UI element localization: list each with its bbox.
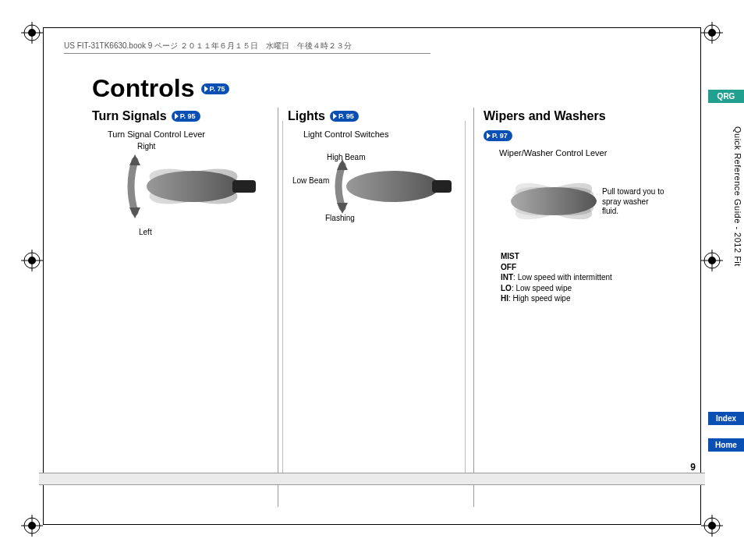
side-guide-text: Quick Reference Guide - 2012 Fit <box>733 126 742 267</box>
svg-point-23 <box>708 522 716 530</box>
svg-point-19 <box>708 257 716 264</box>
svg-rect-29 <box>232 180 256 193</box>
svg-marker-24 <box>129 154 140 165</box>
svg-point-11 <box>28 522 36 530</box>
page-ref-pill[interactable]: P. 97 <box>484 130 512 141</box>
column-wipers: Wipers and Washers P. 97 Wiper/Washer Co… <box>473 108 669 507</box>
print-header: US FIT-31TK6630.book 9 ページ ２０１１年６月１５日 水曜… <box>64 41 430 54</box>
mode-lo: LO <box>501 284 512 292</box>
label-low-beam: Low Beam <box>292 176 329 185</box>
svg-point-7 <box>28 257 36 264</box>
svg-marker-31 <box>337 203 348 214</box>
mode-hi: HI <box>501 294 508 303</box>
svg-point-28 <box>147 171 240 202</box>
label-high-beam: High Beam <box>327 153 365 161</box>
mode-off: OFF <box>501 263 516 271</box>
heading-lights: Lights <box>288 109 325 123</box>
column-divider <box>282 121 283 482</box>
title-text: Controls <box>92 74 195 103</box>
heading-wipers: Wipers and Washers <box>484 109 606 123</box>
tab-index[interactable]: Index <box>708 412 744 425</box>
label-spray: Pull toward you to spray washer fluid. <box>602 187 664 217</box>
turn-signal-illustration: Right Left <box>100 144 271 245</box>
lever-icon <box>491 162 601 246</box>
page-title: Controls P. 75 <box>92 74 669 103</box>
crop-mark-icon <box>701 22 723 44</box>
tab-qrg[interactable]: QRG <box>708 90 744 103</box>
label-flashing: Flashing <box>325 214 355 222</box>
caption-lights: Light Control Switches <box>303 129 467 139</box>
mode-mist: MIST <box>501 252 519 261</box>
mode-int: INT <box>501 273 513 282</box>
crop-mark-icon <box>701 250 723 271</box>
page-ref-pill[interactable]: P. 95 <box>172 111 200 122</box>
column-turn-signals: Turn Signals P. 95 Turn Signal Control L… <box>92 108 278 507</box>
svg-point-15 <box>708 29 716 37</box>
svg-point-32 <box>346 171 440 202</box>
caption-wipers: Wiper/Washer Control Lever <box>499 148 663 158</box>
caption-turn-signals: Turn Signal Control Lever <box>108 129 271 139</box>
wipers-illustration: Pull toward you to spray washer fluid. <box>491 162 663 246</box>
label-right: Right <box>137 142 155 151</box>
tab-home[interactable]: Home <box>708 438 744 452</box>
page-number: 9 <box>690 462 696 473</box>
page-ref-pill[interactable]: P. 75 <box>201 83 230 94</box>
lever-icon <box>296 144 452 245</box>
page-ref-pill[interactable]: P. 95 <box>330 111 359 122</box>
crop-mark-icon <box>21 22 43 44</box>
wiper-modes: MIST OFF INT: Low speed with intermitten… <box>501 251 663 304</box>
crop-mark-icon <box>701 515 723 537</box>
svg-marker-25 <box>129 207 140 218</box>
svg-point-38 <box>511 187 597 215</box>
column-lights: Lights P. 95 Light Control Switches High… <box>278 108 473 507</box>
page-content: Controls P. 75 Turn Signals P. 95 Turn S… <box>92 74 669 507</box>
column-divider <box>465 121 466 482</box>
crop-mark-icon <box>21 515 43 537</box>
lever-icon <box>100 144 256 245</box>
heading-turn-signals: Turn Signals <box>92 109 167 123</box>
svg-rect-33 <box>432 180 452 193</box>
svg-point-3 <box>28 29 36 37</box>
crop-mark-icon <box>21 250 43 271</box>
footer-bar <box>39 473 705 485</box>
lights-illustration: High Beam Low Beam Flashing <box>296 144 467 245</box>
label-left: Left <box>139 228 152 236</box>
